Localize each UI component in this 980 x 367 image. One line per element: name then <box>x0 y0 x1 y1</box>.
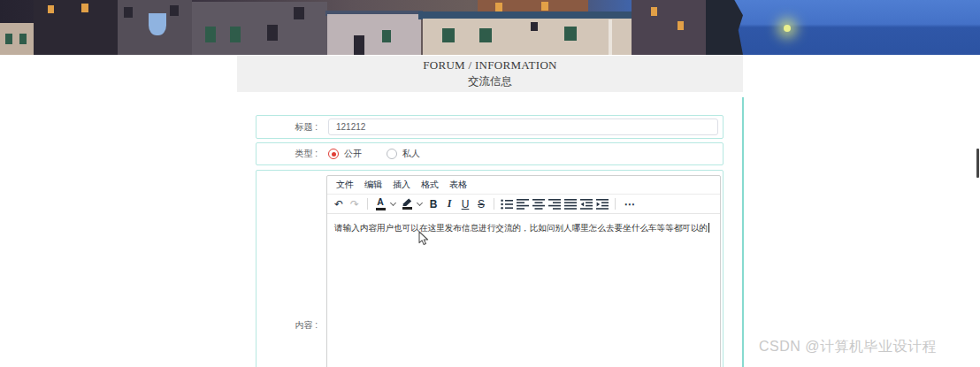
banner-lamp-light <box>784 25 791 32</box>
mouse-cursor-icon <box>418 231 429 246</box>
align-center-icon[interactable] <box>531 196 547 212</box>
type-radio-group: 公开 私人 <box>328 148 420 160</box>
radio-private-label: 私人 <box>402 148 420 160</box>
chevron-down-icon[interactable] <box>390 200 396 206</box>
strikethrough-button[interactable]: S <box>473 196 489 212</box>
radio-selected-icon <box>328 149 339 159</box>
type-label: 类型 : <box>256 148 328 160</box>
content-label: 内容 : <box>256 319 328 332</box>
menu-edit[interactable]: 编辑 <box>359 177 387 193</box>
text-color-button[interactable]: A <box>372 196 388 212</box>
more-toolbar-button[interactable]: ⋯ <box>622 196 638 212</box>
redo-icon[interactable]: ↷ <box>347 196 363 212</box>
header-banner-photo <box>0 0 980 55</box>
page: FORUM / INFORMATION 交流信息 标题 : 类型 : 公开 私人… <box>0 0 980 367</box>
form-row-type: 类型 : 公开 私人 <box>256 142 724 165</box>
align-left-icon[interactable] <box>515 196 531 212</box>
editor-menubar: 文件 编辑 插入 格式 表格 <box>327 176 720 195</box>
radio-public[interactable]: 公开 <box>328 148 362 160</box>
form-row-content: 内容 : 文件 编辑 插入 格式 表格 ↶ ↷ A <box>256 170 724 367</box>
radio-unselected-icon <box>387 149 397 159</box>
page-title-en: FORUM / INFORMATION <box>423 58 557 73</box>
indent-icon[interactable] <box>594 196 610 212</box>
editor-toolbar: ↶ ↷ A B I U <box>327 195 720 214</box>
scrollbar-thumb[interactable] <box>976 149 979 178</box>
menu-file[interactable]: 文件 <box>331 177 359 193</box>
align-justify-icon[interactable] <box>563 196 578 212</box>
banner-building <box>632 0 706 55</box>
menu-insert[interactable]: 插入 <box>387 177 416 193</box>
banner-cliff <box>704 0 743 55</box>
bold-button[interactable]: B <box>425 196 441 212</box>
banner-building <box>34 0 118 55</box>
watermark: CSDN @计算机毕业设计程 <box>759 338 937 356</box>
chevron-down-icon[interactable] <box>417 200 423 206</box>
form-container-border <box>742 97 744 367</box>
radio-private[interactable]: 私人 <box>387 148 420 160</box>
page-title: FORUM / INFORMATION 交流信息 <box>237 56 743 92</box>
bullet-list-icon[interactable] <box>499 196 515 212</box>
highlight-pen-icon <box>402 198 412 206</box>
italic-button[interactable]: I <box>441 196 457 212</box>
title-input[interactable] <box>328 119 718 135</box>
banner-building <box>327 14 421 55</box>
form-row-title: 标题 : <box>256 115 724 139</box>
align-right-icon[interactable] <box>547 196 563 212</box>
menu-format[interactable]: 格式 <box>416 177 444 193</box>
title-label: 标题 : <box>256 121 328 134</box>
outdent-icon[interactable] <box>578 196 594 212</box>
background-color-button[interactable] <box>399 196 415 212</box>
banner-hanging-cloth <box>149 13 166 35</box>
radio-public-label: 公开 <box>344 148 362 160</box>
undo-icon[interactable]: ↶ <box>331 196 347 212</box>
editor-content-text: 请输入内容用户也可以在这里发布信息进行交流的，比如问别人哪里怎么去要坐什么车等等… <box>334 223 708 233</box>
rich-text-editor[interactable]: 文件 编辑 插入 格式 表格 ↶ ↷ A <box>326 175 721 367</box>
text-caret <box>708 223 709 233</box>
page-title-zh: 交流信息 <box>468 74 512 89</box>
banner-sea <box>732 0 980 55</box>
menu-table[interactable]: 表格 <box>444 177 472 193</box>
underline-button[interactable]: U <box>457 196 473 212</box>
editor-content-area[interactable]: 请输入内容用户也可以在这里发布信息进行交流的，比如问别人哪里怎么去要坐什么车等等… <box>327 214 720 367</box>
